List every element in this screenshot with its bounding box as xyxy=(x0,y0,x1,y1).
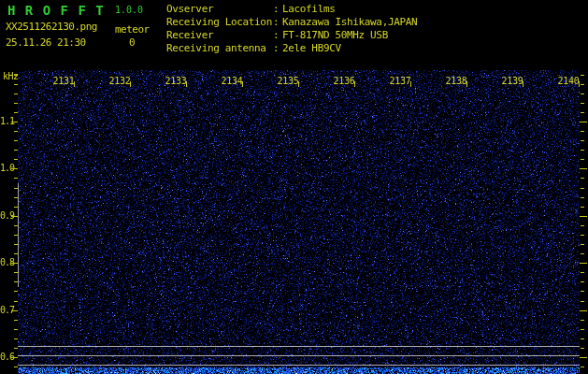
time-tick-mark xyxy=(130,81,131,87)
freq-axis-unit-label: kHz xyxy=(3,72,19,81)
freq-minor-tick-right xyxy=(581,103,584,104)
spectrogram-noise-field xyxy=(0,0,588,374)
freq-major-tick-left xyxy=(11,263,18,264)
freq-minor-tick-left xyxy=(14,329,18,330)
freq-major-tick-right xyxy=(580,310,587,311)
freq-minor-tick-left xyxy=(14,103,18,104)
mode-label: meteor xyxy=(115,24,150,35)
info-value: Kanazawa Ishikawa,JAPAN xyxy=(282,16,417,28)
time-tick-mark xyxy=(466,81,467,87)
time-tick-label: 2135 xyxy=(275,77,301,86)
info-colon: : xyxy=(273,42,282,54)
freq-minor-tick-right xyxy=(581,329,584,330)
freq-minor-tick-right xyxy=(581,244,584,245)
freq-minor-tick-left xyxy=(14,75,18,76)
time-tick-label: 2134 xyxy=(219,77,245,86)
freq-minor-tick-right xyxy=(581,159,584,160)
time-tick-label: 2132 xyxy=(107,77,133,86)
freq-minor-tick-left xyxy=(14,150,18,151)
info-colon: : xyxy=(273,29,282,41)
time-tick-mark xyxy=(74,81,75,87)
freq-major-tick-left xyxy=(11,357,18,358)
station-info-row: Receiving antenna:2ele HB9CV xyxy=(166,42,578,55)
freq-major-tick-left xyxy=(11,122,18,122)
reference-line xyxy=(18,365,580,366)
freq-minor-tick-right xyxy=(581,197,584,198)
freq-minor-tick-right xyxy=(581,75,584,76)
output-filename: XX2511262130.png xyxy=(6,22,97,32)
freq-minor-tick-right xyxy=(581,84,584,85)
freq-major-tick-right xyxy=(580,263,587,264)
reference-line xyxy=(18,346,580,347)
time-tick-label: 2140 xyxy=(555,77,581,86)
time-tick-label: 2133 xyxy=(163,77,189,86)
freq-major-tick-left xyxy=(11,216,18,217)
freq-minor-tick-left xyxy=(14,367,18,367)
freq-minor-tick-left xyxy=(14,291,18,292)
station-info-block: Ovserver:LacofilmsReceiving Location:Kan… xyxy=(166,3,578,55)
freq-minor-tick-right xyxy=(581,131,584,132)
info-label: Receiving antenna xyxy=(166,42,273,54)
freq-minor-tick-right xyxy=(581,207,584,208)
freq-minor-tick-right xyxy=(581,178,584,179)
time-tick-mark xyxy=(523,81,523,87)
time-tick-mark xyxy=(579,81,580,87)
info-colon: : xyxy=(273,16,282,28)
freq-minor-tick-left xyxy=(14,112,18,113)
freq-minor-tick-left xyxy=(14,348,18,349)
freq-minor-tick-left xyxy=(14,94,18,94)
time-tick-mark xyxy=(186,81,187,87)
info-colon: : xyxy=(273,3,282,15)
freq-minor-tick-left xyxy=(14,159,18,160)
freq-minor-tick-left xyxy=(14,301,18,302)
time-tick-label: 2131 xyxy=(50,77,77,86)
freq-major-tick-right xyxy=(580,216,587,217)
app-title: H R O F F T xyxy=(7,4,105,17)
freq-minor-tick-right xyxy=(581,272,584,273)
freq-minor-tick-right xyxy=(581,338,584,339)
info-value: Lacofilms xyxy=(282,3,335,15)
station-info-row: Ovserver:Lacofilms xyxy=(166,3,578,16)
time-tick-mark xyxy=(410,81,411,87)
info-value: 2ele HB9CV xyxy=(282,42,341,54)
freq-minor-tick-left xyxy=(14,338,18,339)
time-tick-label: 2138 xyxy=(443,77,469,86)
freq-minor-tick-left xyxy=(14,131,18,132)
time-tick-label: 2139 xyxy=(499,77,525,86)
time-tick-mark xyxy=(242,81,243,87)
time-tick-label: 2136 xyxy=(331,77,357,86)
station-info-row: Receiving Location:Kanazawa Ishikawa,JAP… xyxy=(166,16,578,29)
freq-minor-tick-left xyxy=(14,320,18,321)
freq-minor-tick-left xyxy=(14,84,18,85)
info-label: Ovserver xyxy=(166,3,273,15)
left-marker-line xyxy=(18,183,19,287)
freq-minor-tick-right xyxy=(581,367,584,367)
hrofft-window: H R O F F T 1.0.0 XX2511262130.png meteo… xyxy=(0,0,588,374)
freq-minor-tick-right xyxy=(581,320,584,321)
time-tick-mark xyxy=(354,81,355,87)
freq-minor-tick-right xyxy=(581,150,584,151)
info-value: FT-817ND 50MHz USB xyxy=(282,29,388,41)
time-tick-mark xyxy=(298,81,299,87)
freq-minor-tick-right xyxy=(581,188,584,189)
observation-datetime: 25.11.26 21:30 xyxy=(6,37,86,48)
freq-minor-tick-right xyxy=(581,225,584,226)
freq-minor-tick-right xyxy=(581,235,584,236)
freq-major-tick-right xyxy=(580,168,587,169)
meteor-count: 0 xyxy=(129,37,136,48)
freq-minor-tick-right xyxy=(581,140,584,141)
app-version: 1.0.0 xyxy=(115,6,143,15)
freq-minor-tick-left xyxy=(14,178,18,179)
time-tick-label: 2137 xyxy=(387,77,413,86)
freq-minor-tick-right xyxy=(581,112,584,113)
reference-line xyxy=(18,355,580,356)
freq-major-tick-right xyxy=(580,357,587,358)
freq-minor-tick-right xyxy=(581,253,584,254)
freq-minor-tick-right xyxy=(581,291,584,292)
freq-major-tick-right xyxy=(580,122,587,122)
info-label: Receiving Location xyxy=(166,16,273,28)
freq-minor-tick-right xyxy=(581,94,584,94)
freq-major-tick-left xyxy=(11,310,18,311)
info-label: Receiver xyxy=(166,29,273,41)
freq-minor-tick-right xyxy=(581,281,584,282)
